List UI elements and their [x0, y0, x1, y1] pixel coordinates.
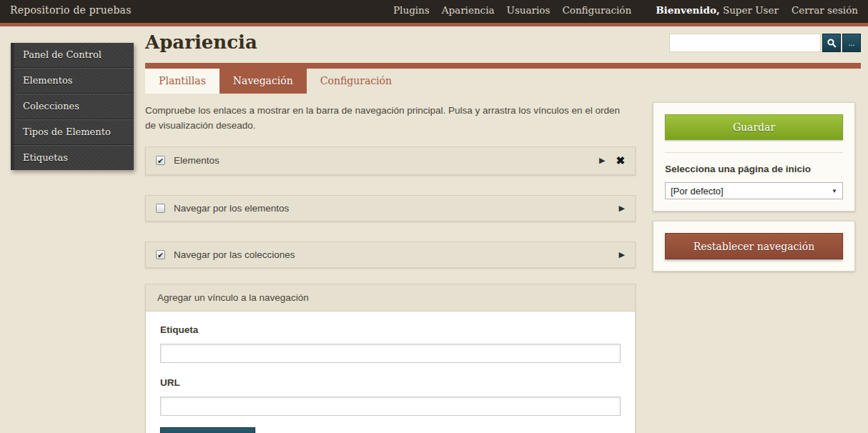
topbar: Repositorio de pruebas Plugins Aparienci…	[0, 0, 868, 26]
sidebar-item-elementos[interactable]: Elementos	[14, 68, 134, 94]
topbar-nav: Plugins Apariencia Usuarios Configuració…	[393, 4, 631, 16]
nav-link-label: Elementos	[174, 155, 599, 166]
nav-link-label: Navegar por las colecciones	[174, 249, 619, 260]
url-label: URL	[160, 377, 621, 388]
homepage-selected-value: [Por defecto]	[671, 186, 724, 196]
nav-link-row-navegar-colecciones[interactable]: ✔ Navegar por las colecciones ▶	[145, 242, 636, 268]
search-button[interactable]	[822, 34, 841, 52]
page-header: Apariencia ...	[145, 26, 861, 63]
sidebar-item-panel-de-control[interactable]: Panel de Control	[14, 43, 134, 68]
reset-card: Restablecer navegación	[653, 221, 855, 272]
nav-link-row-elementos[interactable]: ✔ Elementos ▶ ✖	[145, 146, 636, 175]
tab-bar: Plantillas Navegación Configuración	[145, 69, 861, 94]
homepage-label: Selecciona una página de inicio	[665, 164, 843, 174]
page-title: Apariencia	[145, 31, 257, 53]
add-link-panel-body: Etiqueta URL Añade un enlace	[146, 312, 635, 433]
user-link[interactable]: Super User	[723, 4, 779, 16]
tab-plantillas[interactable]: Plantillas	[145, 69, 220, 94]
nav-link-row-navegar-elementos[interactable]: Navegar por los elementos ▶	[145, 195, 636, 222]
navigation-settings: Compruebe los enlaces a mostrar en la ba…	[145, 102, 636, 433]
save-button[interactable]: Guardar	[665, 114, 843, 140]
nav-item-plugins[interactable]: Plugins	[393, 4, 430, 16]
expand-arrow-icon[interactable]: ▶	[599, 156, 605, 165]
logout-link[interactable]: Cerrar sesión	[791, 4, 858, 16]
add-link-panel: Agregar un vínculo a la navegación Etiqu…	[145, 284, 636, 433]
nav-item-apariencia[interactable]: Apariencia	[442, 4, 495, 16]
nav-item-usuarios[interactable]: Usuarios	[507, 4, 551, 16]
main-content: Apariencia ... Plantillas Navegación Co	[145, 26, 861, 433]
advanced-search-button[interactable]: ...	[842, 34, 861, 52]
checkbox-elementos[interactable]: ✔	[156, 156, 165, 165]
welcome-text: Bienvenido, Super User	[656, 4, 779, 16]
etiqueta-label: Etiqueta	[160, 324, 621, 335]
card-divider	[665, 152, 843, 153]
tab-configuracion[interactable]: Configuración	[307, 69, 405, 94]
sidebar-item-colecciones[interactable]: Colecciones	[14, 94, 134, 119]
delete-icon[interactable]: ✖	[616, 154, 625, 167]
welcome-word: Bienvenido,	[656, 4, 719, 16]
homepage-select[interactable]: [Por defecto] ▼	[665, 182, 843, 199]
search-icon	[827, 38, 837, 48]
add-link-button[interactable]: Añade un enlace	[160, 427, 255, 433]
site-title-link[interactable]: Repositorio de pruebas	[10, 4, 132, 16]
reset-navigation-button[interactable]: Restablecer navegación	[665, 233, 843, 259]
expand-arrow-icon[interactable]: ▶	[619, 250, 625, 259]
nav-link-label: Navegar por los elementos	[174, 203, 619, 214]
nav-item-configuracion[interactable]: Configuración	[562, 4, 631, 16]
topbar-right: Plugins Apariencia Usuarios Configuració…	[393, 4, 858, 16]
url-field[interactable]	[160, 397, 621, 416]
checkbox-navegar-elementos[interactable]	[156, 204, 165, 213]
search-input[interactable]	[669, 34, 821, 52]
tab-navegacion[interactable]: Navegación	[220, 69, 307, 94]
sidebar-item-etiquetas[interactable]: Etiquetas	[14, 145, 134, 170]
navigation-description: Compruebe los enlaces a mostrar en la ba…	[145, 104, 626, 134]
add-link-panel-title: Agregar un vínculo a la navegación	[146, 284, 635, 312]
search-form: ...	[669, 34, 861, 52]
sidebar-item-tipos-de-elemento[interactable]: Tipos de Elemento	[14, 119, 134, 145]
save-card: Guardar Selecciona una página de inicio …	[653, 102, 855, 211]
etiqueta-field[interactable]	[160, 344, 621, 363]
side-panels: Guardar Selecciona una página de inicio …	[653, 102, 855, 433]
content-columns: Compruebe los enlaces a mostrar en la ba…	[145, 102, 861, 433]
tabstrip-accent-bar	[145, 63, 861, 69]
chevron-down-icon: ▼	[832, 188, 837, 194]
checkbox-navegar-colecciones[interactable]: ✔	[156, 250, 165, 259]
omeka-admin-screen: Repositorio de pruebas Plugins Aparienci…	[0, 0, 868, 433]
expand-arrow-icon[interactable]: ▶	[619, 204, 625, 213]
sidebar: Panel de Control Elementos Colecciones T…	[11, 43, 134, 170]
